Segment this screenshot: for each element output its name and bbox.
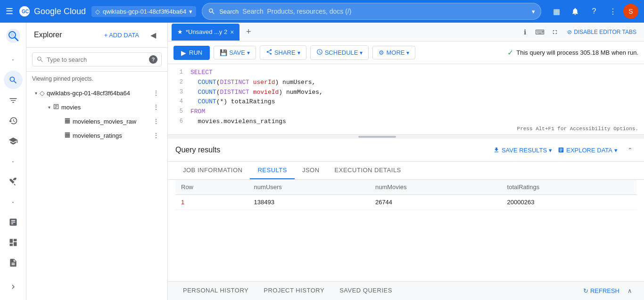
save-button[interactable]: 💾 SAVE ▾	[214, 46, 256, 59]
user-avatar[interactable]: S	[623, 4, 638, 19]
tree-movies-expand-arrow: ▾	[45, 105, 53, 110]
tab-keyboard-button[interactable]: ⌨	[533, 25, 546, 39]
add-data-button[interactable]: + ADD DATA	[100, 30, 143, 41]
results-actions: SAVE RESULTS ▾ EXPLORE DATA ▾ ⌃	[493, 143, 636, 157]
tab-personal-history[interactable]: PERSONAL HISTORY	[175, 282, 256, 300]
nav-item-search[interactable]	[4, 71, 23, 89]
line-num-4: 4	[172, 97, 183, 106]
project-selector[interactable]: ◇ qwiklabs-gcp-01-48cf3f64ba64 ▾	[91, 6, 196, 17]
more-options-icon-button[interactable]: ⋮	[604, 3, 621, 20]
row-number: 1	[175, 195, 248, 210]
code-text-2: COUNT(DISTINCT userId) numUsers,	[190, 78, 315, 88]
horizontal-scrollbar[interactable]	[168, 135, 644, 139]
schedule-button[interactable]: SCHEDULE ▾	[310, 45, 369, 60]
search-input-wrap: ?	[32, 52, 162, 67]
nav-item-dashboard[interactable]	[4, 233, 23, 252]
tab-info-button[interactable]: ℹ	[518, 25, 531, 39]
nav-item-filter[interactable]	[4, 91, 23, 109]
nav-right-actions: ▦ ? ⋮ S	[548, 3, 638, 20]
tree-movies-item[interactable]: ▾ movies ⋮	[43, 100, 162, 114]
movies-tree-label: movies	[61, 104, 150, 111]
nav-item-expand[interactable]	[4, 278, 23, 296]
bigquery-logo[interactable]	[4, 26, 23, 45]
more-dropdown-arrow: ▾	[406, 50, 409, 56]
icon-bar: · · ·	[0, 23, 26, 300]
refresh-button[interactable]: ↻ REFRESH	[583, 287, 619, 294]
movies-more-icon[interactable]: ⋮	[150, 101, 162, 113]
nav-item-dot-2[interactable]: ·	[4, 152, 23, 170]
results-expand-button[interactable]: ⌃	[623, 143, 636, 157]
save-results-button[interactable]: SAVE RESULTS ▾	[493, 147, 552, 154]
results-panel: Query results SAVE RESULTS ▾ EXPLORE DAT…	[168, 139, 644, 281]
tab-results[interactable]: RESULTS	[250, 162, 295, 179]
nav-item-ml[interactable]	[4, 132, 23, 150]
search-input[interactable]	[242, 8, 528, 15]
result-tabs: JOB INFORMATION RESULTS JSON EXECUTION D…	[168, 162, 644, 180]
table2-icon	[64, 132, 71, 140]
search-help-icon[interactable]: ?	[149, 55, 157, 64]
more-button[interactable]: ⚙ MORE ▾	[372, 46, 415, 59]
google-cloud-logo[interactable]: GC Google Cloud	[19, 6, 86, 17]
col-total-ratings: totalRatings	[502, 180, 636, 195]
tree-movielens-ratings-item[interactable]: movielens_ratings ⋮	[55, 128, 162, 142]
line-num-3: 3	[172, 88, 183, 97]
search-dropdown-icon: ▾	[532, 8, 535, 15]
movielens-movies-raw-more-icon[interactable]: ⋮	[150, 116, 162, 127]
col-num-movies: numMovies	[370, 180, 502, 195]
project-more-icon[interactable]: ⋮	[150, 87, 162, 99]
add-tab-button[interactable]: +	[241, 25, 256, 39]
explore-data-button[interactable]: EXPLORE DATA ▾	[558, 147, 618, 154]
nav-item-dot-1[interactable]: ·	[4, 50, 23, 69]
nav-item-history[interactable]	[4, 111, 23, 130]
run-label: RUN	[189, 49, 202, 56]
tab-json[interactable]: JSON	[295, 162, 327, 179]
share-button[interactable]: SHARE ▾	[260, 45, 306, 60]
hamburger-icon[interactable]: ☰	[6, 6, 13, 17]
tab-close-button[interactable]: ×	[230, 28, 234, 36]
nav-item-chart[interactable]	[4, 213, 23, 232]
google-cloud-logo-icon: GC	[19, 6, 30, 17]
tree-project-item[interactable]: ▾ ◇ qwiklabs-gcp-01-48cf3f64ba64 ⋮	[32, 86, 162, 100]
col-row: Row	[175, 180, 248, 195]
code-text-1: SELECT	[190, 68, 213, 78]
dataset-icon	[53, 103, 59, 111]
code-line-5: 5 FROM	[168, 107, 644, 117]
nav-item-wrench[interactable]	[4, 173, 23, 191]
top-navbar: ☰ GC Google Cloud ◇ qwiklabs-gcp-01-48cf…	[0, 0, 644, 23]
more-icon: ⚙	[379, 49, 384, 56]
terminal-icon-button[interactable]: ▦	[548, 3, 565, 20]
collapse-bottom-panel-button[interactable]: ∧	[623, 284, 636, 298]
line-num-2: 2	[172, 78, 183, 87]
tab-project-history[interactable]: PROJECT HISTORY	[256, 282, 332, 300]
save-icon: 💾	[220, 49, 227, 56]
bottom-tabs-bar: PERSONAL HISTORY PROJECT HISTORY SAVED Q…	[168, 281, 644, 300]
query-info-text: This query will process 305.18 MB when r…	[516, 49, 638, 56]
help-icon-button[interactable]: ?	[586, 3, 603, 20]
notifications-icon-button[interactable]	[567, 3, 584, 20]
run-button[interactable]: ▶ RUN	[173, 46, 210, 60]
editor-tab[interactable]: ★ *Unsaved ...y 2 ×	[172, 24, 239, 41]
tab-saved-queries[interactable]: SAVED QUERIES	[332, 282, 400, 300]
tab-fullscreen-button[interactable]	[548, 25, 561, 39]
nav-item-list[interactable]	[4, 254, 23, 272]
schedule-icon	[316, 49, 323, 57]
tab-job-information[interactable]: JOB INFORMATION	[175, 162, 250, 179]
results-table-wrap: Row numUsers numMovies totalRatings 1 13…	[168, 180, 644, 281]
movielens-ratings-more-icon[interactable]: ⋮	[150, 130, 162, 141]
code-text-4: COUNT(*) totalRatings	[190, 97, 275, 107]
tab-execution-details[interactable]: EXECUTION DETAILS	[327, 162, 409, 179]
collapse-explorer-button[interactable]: ◀	[147, 28, 160, 42]
save-label: SAVE	[229, 49, 245, 56]
movies-children: movielens_movies_raw ⋮ movielens_ratings…	[43, 114, 162, 142]
more-label: MORE	[386, 49, 405, 56]
disable-editor-tabs-button[interactable]: ⊘ DISABLE EDITOR TABS	[563, 27, 640, 37]
bigquery-icon	[6, 28, 21, 43]
results-table: Row numUsers numMovies totalRatings 1 13…	[175, 180, 636, 210]
tree-movielens-movies-raw-item[interactable]: movielens_movies_raw ⋮	[55, 114, 162, 128]
nav-item-dot-3[interactable]: ·	[4, 193, 23, 211]
code-editor[interactable]: 1 SELECT 2 COUNT(DISTINCT userId) numUse…	[168, 64, 644, 135]
search-input[interactable]	[47, 56, 146, 63]
explorer-header: Explorer + ADD DATA ◀	[26, 23, 167, 48]
project-name: qwiklabs-gcp-01-48cf3f64ba64	[103, 8, 186, 15]
explore-data-dropdown: ▾	[614, 147, 618, 154]
